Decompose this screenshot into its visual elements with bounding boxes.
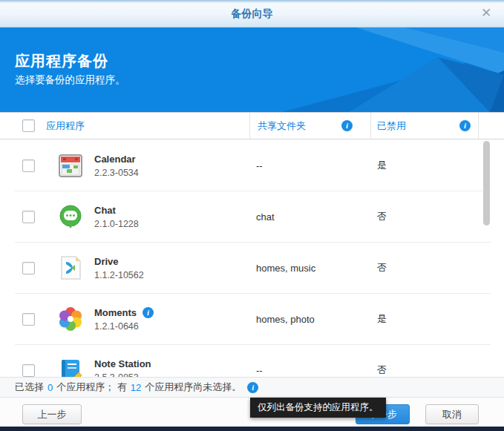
column-header-shared-folder[interactable]: 共享文件夹 i	[250, 113, 371, 139]
table-row-calendar[interactable]: Calendar 2.2.3-0534 -- 是	[15, 140, 491, 191]
moments-info-icon[interactable]: i	[143, 307, 154, 318]
row-checkbox[interactable]	[22, 159, 35, 172]
shared-folder-cell: homes, music	[256, 263, 377, 274]
previous-button[interactable]: 上一步	[22, 404, 82, 424]
shared-folder-cell: --	[256, 365, 377, 376]
chat-app-icon	[57, 203, 84, 230]
tooltip: 仅列出备份支持的应用程序。	[250, 398, 386, 418]
status-text-middle: 个应用程序； 有	[56, 381, 127, 394]
application-list: Calendar 2.2.3-0534 -- 是	[0, 140, 504, 377]
drive-app-icon	[57, 254, 84, 281]
row-checkbox[interactable]	[22, 211, 35, 223]
app-name: Note Station	[94, 358, 151, 369]
column-header-application-label: 应用程序	[46, 119, 85, 133]
shared-folder-info-icon[interactable]: i	[341, 120, 353, 131]
status-info-icon[interactable]: i	[247, 382, 258, 393]
table-header: 应用程序 共享文件夹 i 已禁用 i	[0, 112, 504, 139]
disabled-cell: 是	[377, 159, 491, 172]
column-header-disabled-label: 已禁用	[377, 119, 406, 133]
column-header-application[interactable]: 应用程序	[46, 113, 250, 139]
calendar-app-icon	[57, 152, 84, 179]
app-version: 2.2.3-0534	[94, 168, 139, 178]
selected-count: 0	[48, 382, 53, 393]
table-row-note-station[interactable]: Note Station 2.5.3-0853 -- 否	[15, 345, 491, 377]
app-name: Calendar	[94, 154, 139, 165]
backup-wizard-dialog: 备份向导 ✕ 应用程序备份 选择要备份的应用程序。 应用程序 共享文件夹 i	[0, 0, 504, 431]
row-checkbox[interactable]	[22, 364, 35, 377]
page-title: 应用程序备份	[15, 51, 108, 71]
row-checkbox[interactable]	[22, 262, 35, 274]
cancel-button[interactable]: 取消	[425, 404, 479, 424]
app-version: 1.1.2-10562	[94, 270, 144, 280]
selection-status-bar: 已选择 0 个应用程序； 有 12 个应用程序尚未选择。 i	[0, 377, 504, 398]
status-text-prefix: 已选择	[15, 381, 44, 394]
page-subtitle: 选择要备份的应用程序。	[15, 73, 125, 87]
table-row-drive[interactable]: Drive 1.1.2-10562 homes, music 否	[15, 243, 491, 294]
table-row-moments[interactable]: Moments i 1.2.1-0646 homes, photo 是	[15, 294, 491, 345]
unselected-count: 12	[131, 382, 141, 393]
disabled-cell: 否	[377, 363, 491, 377]
status-text-suffix: 个应用程序尚未选择。	[145, 381, 241, 394]
disabled-cell: 否	[377, 261, 491, 274]
app-version: 1.2.1-0646	[94, 321, 154, 332]
app-name: Moments	[94, 307, 137, 318]
column-header-shared-folder-label: 共享文件夹	[258, 119, 306, 133]
title-bar: 备份向导 ✕	[0, 0, 504, 27]
wizard-header: 应用程序备份 选择要备份的应用程序。	[0, 27, 504, 112]
shared-folder-cell: homes, photo	[256, 314, 377, 325]
window-title: 备份向导	[0, 7, 504, 21]
disabled-info-icon[interactable]: i	[459, 120, 471, 131]
app-version: 2.1.0-1228	[94, 219, 139, 229]
disabled-cell: 否	[377, 210, 491, 223]
close-icon[interactable]: ✕	[479, 6, 494, 21]
app-name: Chat	[94, 205, 139, 216]
select-all-checkbox[interactable]	[22, 119, 35, 132]
disabled-cell: 是	[377, 312, 491, 326]
note-station-app-icon	[57, 357, 84, 377]
column-header-disabled[interactable]: 已禁用 i	[371, 113, 479, 139]
row-checkbox[interactable]	[22, 313, 35, 326]
table-row-chat[interactable]: Chat 2.1.0-1228 chat 否	[15, 191, 491, 243]
dialog-bottom-strip	[0, 427, 504, 431]
scrollbar-thumb[interactable]	[483, 141, 490, 226]
shared-folder-cell: chat	[256, 211, 377, 223]
moments-app-icon	[57, 306, 84, 332]
shared-folder-cell: --	[256, 160, 377, 171]
app-name: Drive	[94, 256, 144, 267]
